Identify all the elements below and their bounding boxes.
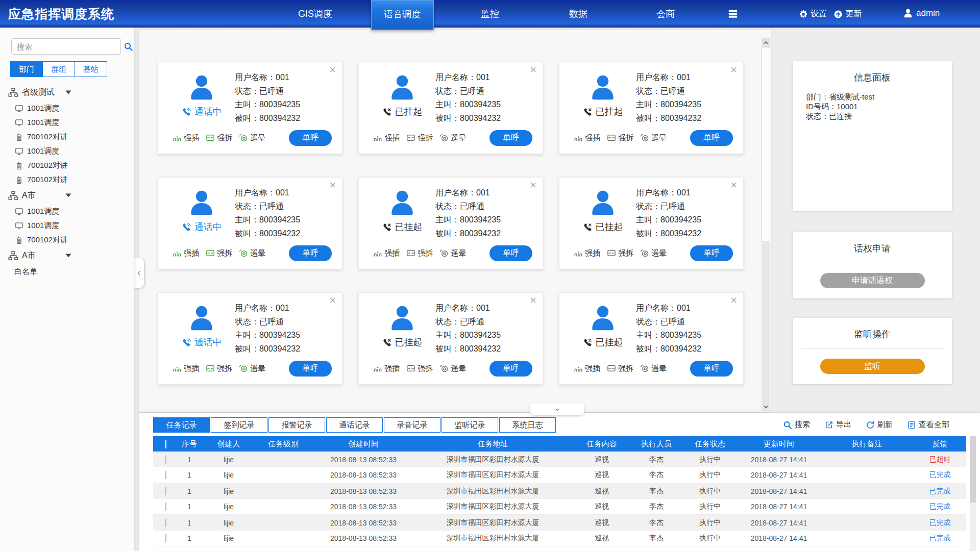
row-checkbox[interactable]	[165, 503, 166, 511]
view-all-button[interactable]: 查看全部	[907, 420, 949, 430]
close-icon[interactable]: ×	[329, 64, 336, 76]
action-break-button[interactable]: 强拆	[406, 364, 433, 373]
close-icon[interactable]: ×	[530, 295, 536, 306]
action-stun-button[interactable]: 遥晕	[239, 133, 265, 143]
nav-item[interactable]: 语音调度	[371, 0, 434, 30]
action-insert-button[interactable]: 强插	[574, 133, 600, 143]
scrollbar-thumb[interactable]	[762, 47, 770, 241]
action-insert-button[interactable]: 强插	[373, 133, 400, 143]
settings-button[interactable]: 设置	[799, 9, 827, 19]
tree-group-row[interactable]: A市	[0, 247, 134, 264]
action-break-button[interactable]: 强拆	[206, 248, 232, 258]
nav-item[interactable]: 会商	[638, 0, 694, 28]
action-break-button[interactable]: 强拆	[607, 364, 633, 373]
record-tab[interactable]: 通话记录	[326, 417, 383, 433]
action-break-button[interactable]: 强拆	[607, 248, 633, 258]
monitor-button[interactable]: 监听	[820, 359, 925, 374]
tree-item[interactable]: 1001调度	[0, 204, 134, 218]
scroll-up-button[interactable]	[762, 38, 770, 47]
main-scrollbar[interactable]	[762, 38, 770, 411]
nav-item[interactable]: GIS调度	[286, 0, 345, 28]
action-stun-button[interactable]: 遥晕	[239, 364, 265, 373]
single-call-button[interactable]: 单呼	[489, 361, 532, 377]
action-insert-button[interactable]: 强插	[173, 133, 199, 143]
feedback-link[interactable]: 已完成	[914, 534, 966, 543]
close-icon[interactable]: ×	[530, 180, 536, 191]
row-checkbox[interactable]	[165, 519, 166, 527]
record-tab[interactable]: 系统日志	[499, 417, 556, 433]
tree-group-row[interactable]: A市	[0, 187, 134, 204]
close-icon[interactable]: ×	[329, 180, 336, 191]
tree-item[interactable]: 700102对讲	[0, 172, 134, 187]
single-call-button[interactable]: 单呼	[289, 130, 332, 146]
feedback-link[interactable]: 已超时	[914, 455, 966, 464]
single-call-button[interactable]: 单呼	[489, 245, 532, 261]
menu-icon[interactable]	[727, 8, 741, 19]
single-call-button[interactable]: 单呼	[289, 361, 332, 377]
action-stun-button[interactable]: 遥晕	[640, 133, 667, 143]
tree-item[interactable]: 白名单	[0, 264, 134, 279]
request-talk-right-button[interactable]: 申请话语权	[820, 273, 925, 288]
sidebar-tab[interactable]: 部门	[11, 62, 42, 77]
action-break-button[interactable]: 强拆	[406, 248, 433, 258]
action-stun-button[interactable]: 遥晕	[640, 248, 667, 258]
search-icon[interactable]	[124, 42, 133, 52]
select-all-checkbox[interactable]	[165, 440, 166, 448]
table-scrollbar[interactable]	[970, 436, 976, 551]
action-insert-button[interactable]: 强插	[574, 248, 600, 258]
refresh-button[interactable]: 刷新	[866, 420, 893, 430]
tree-item[interactable]: 1001调度	[0, 144, 134, 158]
search-input[interactable]	[12, 42, 124, 51]
row-checkbox[interactable]	[165, 456, 166, 464]
tree-item[interactable]: 1001调度	[0, 218, 134, 233]
tree-group-row[interactable]: 省级测试	[0, 84, 134, 101]
action-break-button[interactable]: 强拆	[406, 133, 433, 143]
caret-down-icon[interactable]	[65, 192, 71, 198]
feedback-link[interactable]: 已完成	[914, 518, 966, 528]
export-button[interactable]: 导出	[824, 420, 851, 430]
action-insert-button[interactable]: 强插	[574, 364, 600, 373]
close-icon[interactable]: ×	[730, 295, 737, 306]
action-insert-button[interactable]: 强插	[173, 364, 199, 373]
feedback-link[interactable]: 已完成	[914, 487, 966, 496]
user-menu[interactable]: admin	[902, 8, 940, 19]
table-scrollbar-thumb[interactable]	[970, 436, 976, 503]
close-icon[interactable]: ×	[530, 64, 536, 76]
action-insert-button[interactable]: 强插	[173, 248, 199, 258]
tree-item[interactable]: 700102对讲	[0, 130, 134, 144]
single-call-button[interactable]: 单呼	[690, 130, 733, 146]
caret-down-icon[interactable]	[65, 253, 71, 259]
action-insert-button[interactable]: 强插	[373, 364, 400, 373]
single-call-button[interactable]: 单呼	[690, 245, 733, 261]
action-stun-button[interactable]: 遥晕	[640, 364, 667, 373]
action-break-button[interactable]: 强拆	[206, 364, 232, 373]
update-button[interactable]: 更新	[834, 9, 862, 19]
close-icon[interactable]: ×	[329, 295, 336, 306]
nav-item[interactable]: 监控	[462, 0, 518, 28]
record-tab[interactable]: 录音记录	[384, 417, 440, 433]
record-tab[interactable]: 报警记录	[268, 417, 325, 433]
close-icon[interactable]: ×	[730, 64, 737, 76]
action-break-button[interactable]: 强拆	[206, 133, 232, 143]
row-checkbox[interactable]	[165, 471, 166, 479]
tree-item[interactable]: 700102对讲	[0, 233, 134, 247]
single-call-button[interactable]: 单呼	[489, 130, 532, 146]
action-stun-button[interactable]: 遥晕	[239, 248, 265, 258]
scroll-down-button[interactable]	[762, 403, 770, 411]
nav-item[interactable]: 数据	[550, 0, 606, 28]
tree-item[interactable]: 1001调度	[0, 115, 134, 130]
record-tab[interactable]: 任务记录	[153, 417, 210, 433]
feedback-link[interactable]: 已完成	[914, 470, 966, 480]
caret-down-icon[interactable]	[65, 89, 71, 95]
row-checkbox[interactable]	[165, 487, 166, 495]
sidebar-tab[interactable]: 基站	[75, 62, 107, 77]
single-call-button[interactable]: 单呼	[289, 245, 332, 261]
close-icon[interactable]: ×	[730, 180, 737, 191]
action-stun-button[interactable]: 遥晕	[439, 248, 466, 258]
action-stun-button[interactable]: 遥晕	[439, 133, 466, 143]
sidebar-tab[interactable]: 群组	[42, 62, 75, 77]
record-tab[interactable]: 监听记录	[442, 417, 498, 433]
record-tab[interactable]: 签到记录	[211, 417, 267, 433]
single-call-button[interactable]: 单呼	[690, 361, 733, 377]
row-checkbox[interactable]	[165, 534, 166, 542]
